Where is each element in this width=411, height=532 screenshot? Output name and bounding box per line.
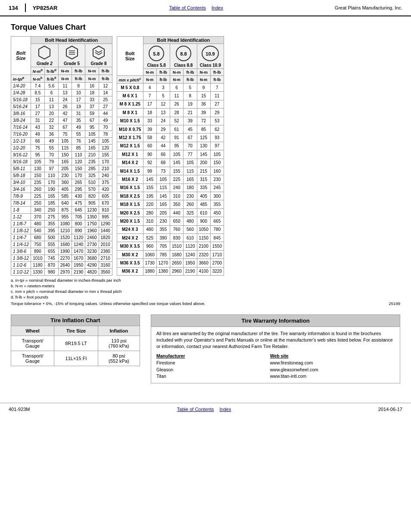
table-row: 1 1/8-12540395121089019601440 [11,227,112,234]
table-row: 1 1/4-127505551680124027302010 [11,241,112,248]
header-company: Great Plains Manufacturing, Inc. [335,5,402,10]
web-col-header: Web site [270,353,395,359]
grade5-label: Grade 5 [60,61,84,66]
footnote: c. mm x pitch = nominal thread diameter … [11,289,400,294]
table-row: M10 X 1.5332452397253 [117,117,224,125]
table-row: 3/4-10235170360265510375 [11,179,112,186]
tire-warranty-title: Tire Warranty Information [151,315,400,327]
table-row: M36 X 3.5173012702650195036602700 [117,259,224,267]
table-row: M14 X 1.59973155115215160 [117,167,224,175]
table-row: 1 1/2-611808702640195042903160 [11,262,112,269]
table-row: 1/4-288.5613101814 [11,90,112,96]
class88-label: Class 8.8 [172,63,195,68]
manufacturer-gleason-web: www.gleasonwheel.com [270,367,395,373]
table-row: 1 1/4-76805001520112024601820 [11,234,112,241]
table-row: 1-123702759557051350995 [11,214,112,221]
table-row: M12 X 1906610577145105 [117,150,224,159]
grade8-label: Grade 8 [87,61,110,66]
table-row: M24 X 25253908306101150845 [117,234,224,242]
table-row: 3/4-16260190405295570420 [11,186,112,193]
class58-label: Class 5.8 [145,63,168,68]
manufacturer-firestone: Firestone [156,360,262,366]
model-name: YP825AR [33,5,58,11]
table-row: M36 X 2188013802960219041003220 [117,267,224,276]
grade2-icon [37,45,52,60]
grade8-icon [91,45,106,60]
table-row: M20 X 2.5280205440325610450 [117,208,224,217]
table-row: M18 X 2.5195145310230405300 [117,192,224,200]
left-table-body: 1/4-207.45.611816121/4-288.56131018145/1… [11,83,112,276]
table-row: 5/8-18150110230170325240 [11,172,112,179]
torque-tables-container: BoltSize Bolt Head Identification Grade … [11,36,400,276]
footnote: b. N·m = newton-meters [11,283,400,288]
table-row: 7/8-9225165585430820605 [11,193,112,200]
tolerance-note: Torque tolerance + 0%, -15% of torquing … [11,301,206,306]
footnote: a. in-tpi = nominal thread diameter in i… [11,278,400,283]
manufacturer-titan: Titan [156,373,262,380]
tire-inflation-section: Tire Inflation Chart Wheel Tire Size Inf… [11,314,144,383]
torque-chart-title: Torque Values Chart [11,23,400,32]
table-row: M16 X 2145105225165315230 [117,175,224,184]
table-row: M 6 X 1751181511 [117,92,224,100]
table-row: M30 X 210607851680124023201710 [117,250,224,258]
footer-center: Table of Contents Index [175,407,234,412]
table-row: 9/16-129570150110210155 [11,152,112,159]
ref-number: 25199 [389,301,400,306]
table-row: M10 X 0.75392961458562 [117,125,224,133]
svg-marker-0 [39,46,50,59]
table-row: 3/8-16272042315944 [11,110,112,117]
table-row: 5/16-24171326193727 [11,103,112,110]
tire-inflation-title: Tire Inflation Chart [11,315,140,326]
table-row: 7/16-14433267499570 [11,124,112,131]
main-content: Torque Values Chart BoltSize Bolt Head I… [0,16,411,390]
header-left: 134 YP825AR [9,3,58,12]
footnote: d. ft-lb = foot pounds [11,295,400,299]
table-row: 5/8-1113097205150285210 [11,165,112,172]
header-center: Table of Contents Index [58,5,335,10]
manufacturer-titan-web: www.titan-intl.com [270,373,395,380]
svg-line-7 [99,50,102,53]
table-row: M 8 X 1.25171226193627 [117,100,224,108]
class109-label: Class 10.9 [199,63,222,68]
table-row: 9/16-1810579165120235170 [11,159,112,165]
tire-table-body: Transport/ Gauge8R19.5 LT110 psi (760 kP… [11,336,140,366]
tire-warranty-section: Tire Warranty Information All tires are … [151,314,400,383]
table-row: M12 X 1.755842916712593 [117,134,224,142]
tire-warranty-content: All tires are warranted by the original … [151,327,400,383]
header-index-link[interactable]: Index [212,5,223,10]
table-row: M16 X 1.5155115240180335245 [117,184,224,192]
class58-icon: 5.8 [148,45,165,62]
footer-date: 2014-06-17 [378,407,402,412]
footer-toc-link[interactable]: Table of Contents [177,407,214,412]
manufacturer-table: Manufacturer Web site Firestone www.fire… [156,353,395,380]
left-bolt-head-header: Bolt Head Identification [31,37,112,44]
torque-right-table: BoltSize Bolt Head Identification 5.8 Cl… [117,36,224,276]
torque-left-table: BoltSize Bolt Head Identification Grade … [11,36,112,276]
table-row: M 8 X 1181328213929 [117,109,224,117]
footer-index-link[interactable]: Index [220,407,231,412]
torque-tolerance: Torque tolerance + 0%, -15% of torquing … [11,301,400,306]
svg-line-9 [99,53,102,55]
class88-icon: 8.8 [175,45,192,62]
table-row: 1/2-13664910576145105 [11,138,112,145]
class109-icon: 10.9 [201,45,220,62]
tire-inflation-table: Tire Inflation Chart Wheel Tire Size Inf… [11,314,140,366]
table-row: 7/8-14250185640475905670 [11,200,112,207]
table-row: 1 1/8-7480355108080017501290 [11,221,112,227]
grade2-label: Grade 2 [33,61,56,66]
table-row: 1 3/8-68906551990147032302380 [11,248,112,255]
header-toc-link[interactable]: Table of Contents [169,5,206,10]
page-number: 134 [9,5,18,11]
table-row: 1 3/8-1210107452270167036802710 [11,255,112,262]
manufacturer-col-header: Manufacturer [156,353,262,359]
table-row: 1/4-207.45.61181612 [11,83,112,90]
table-row: 1 1/2-1213309802970219048203560 [11,269,112,276]
table-row: M12 X 1.56044957013097 [117,142,224,150]
table-row: 1/2-20755511585165120 [11,145,112,152]
table-row: M24 X 34803557605601050780 [117,225,224,233]
svg-text:8.8: 8.8 [180,51,187,56]
table-row: 5/16-18151124173325 [11,96,112,103]
table-row: M 5 X 0.8436597 [117,84,224,92]
grade5-icon [64,45,80,60]
page-footer: 401-923M Table of Contents Index 2014-06… [0,403,411,415]
